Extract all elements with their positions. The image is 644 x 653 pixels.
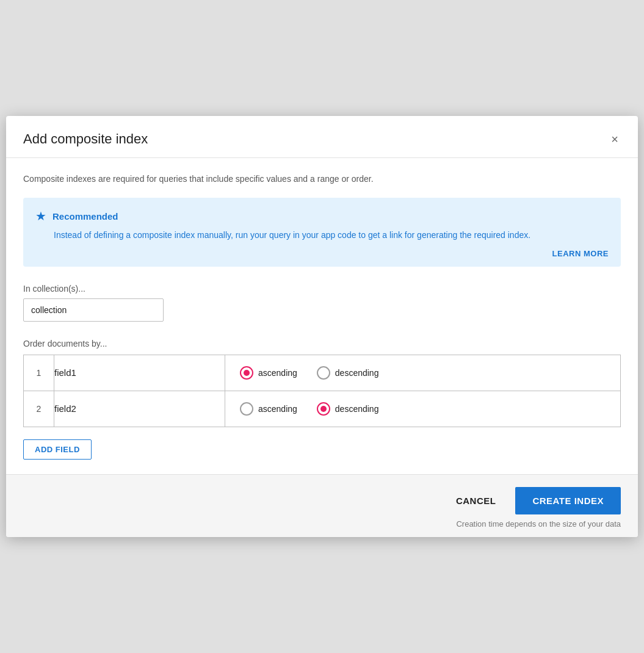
field-name-1: field1: [54, 355, 225, 391]
ascending-radio-1[interactable]: ascending: [240, 366, 297, 380]
footer-buttons: CANCEL CREATE INDEX: [444, 487, 621, 514]
dialog-body: Composite indexes are required for queri…: [6, 158, 638, 474]
info-box-body: Instead of defining a composite index ma…: [54, 228, 609, 242]
descending-radio-inner-2: [320, 406, 327, 412]
ascending-radio-2[interactable]: ascending: [240, 402, 297, 416]
dialog-title: Add composite index: [23, 131, 148, 147]
info-box: ★ Recommended Instead of defining a comp…: [23, 198, 621, 266]
add-field-button[interactable]: ADD FIELD: [23, 439, 92, 460]
ascending-label-2: ascending: [258, 404, 297, 414]
ascending-label-1: ascending: [258, 368, 297, 378]
dialog-header: Add composite index ×: [6, 116, 638, 158]
table-row: 2 field2 ascending: [24, 391, 621, 427]
star-icon: ★: [35, 209, 46, 223]
descending-radio-2[interactable]: descending: [317, 402, 379, 416]
descending-radio-1[interactable]: descending: [317, 366, 379, 380]
descending-radio-outer-2: [317, 402, 330, 416]
dialog-footer: CANCEL CREATE INDEX Creation time depend…: [6, 474, 638, 537]
create-index-button[interactable]: CREATE INDEX: [515, 487, 621, 514]
table-row: 1 field1 ascending: [24, 355, 621, 391]
order-section: Order documents by... 1 field1: [23, 339, 621, 460]
description-text: Composite indexes are required for queri…: [23, 173, 621, 186]
learn-more-link[interactable]: LEARN MORE: [552, 249, 609, 258]
close-button[interactable]: ×: [609, 131, 621, 148]
row-number-1: 1: [24, 355, 54, 391]
ascending-radio-inner-1: [244, 370, 250, 376]
order-options-row-2: ascending descending: [225, 391, 620, 427]
order-label: Order documents by...: [23, 339, 621, 348]
descending-label-2: descending: [335, 404, 379, 414]
ascending-radio-outer-1: [240, 366, 253, 380]
order-options-1: ascending descending: [225, 355, 621, 391]
cancel-button[interactable]: CANCEL: [444, 488, 508, 513]
info-box-title: Recommended: [52, 211, 118, 222]
order-options-row-1: ascending descending: [225, 355, 620, 391]
add-composite-index-dialog: Add composite index × Composite indexes …: [6, 116, 638, 536]
footer-note: Creation time depends on the size of you…: [456, 519, 621, 529]
descending-radio-outer-1: [317, 366, 330, 380]
collection-section: In collection(s)...: [23, 284, 621, 322]
row-number-2: 2: [24, 391, 54, 427]
collection-input[interactable]: [23, 298, 164, 322]
ascending-radio-outer-2: [240, 402, 253, 416]
fields-table: 1 field1 ascending: [23, 355, 621, 427]
info-box-header: ★ Recommended: [35, 209, 609, 223]
collection-label: In collection(s)...: [23, 284, 621, 294]
order-options-2: ascending descending: [225, 391, 621, 427]
learn-more-row: LEARN MORE: [35, 248, 609, 258]
descending-label-1: descending: [335, 368, 379, 378]
field-name-2: field2: [54, 391, 225, 427]
